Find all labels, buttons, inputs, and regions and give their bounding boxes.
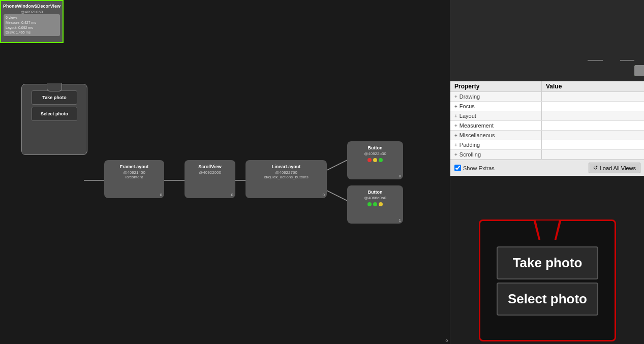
button2-address: @4066e0a0: [351, 196, 399, 200]
dot-yellow-2: [379, 202, 383, 206]
stat-draw: Draw: 1.465 ms: [6, 30, 58, 35]
preview-notch-small: [47, 83, 62, 91]
preview-take-photo-text: Take photo: [513, 255, 582, 271]
prop-row-measurement[interactable]: + Measurement: [450, 121, 644, 131]
node-framelayout[interactable]: FrameLayout @40921450 id/content 0: [104, 160, 164, 198]
load-all-views-button[interactable]: ↺ Load All Views: [589, 163, 640, 173]
phonewindow-stats: 6 views Measure: 0.427 ms Layout: 0.092 …: [4, 14, 60, 36]
dot-green-2b: [373, 202, 377, 206]
col-value: Value: [542, 81, 644, 91]
svg-line-3: [327, 160, 347, 170]
phonewindow-counter: 0: [446, 338, 448, 343]
prop-value-scrolling: [542, 150, 644, 159]
framelayout-id: id/content: [108, 175, 160, 179]
prop-value-measurement: [542, 121, 644, 130]
preview-select-photo-text: Select photo: [508, 291, 587, 307]
prop-label-drawing: + Drawing: [450, 92, 542, 101]
right-preview-area: Take photo Select photo: [450, 176, 644, 344]
button1-title: Button: [351, 145, 399, 150]
expand-icon-padding: +: [454, 142, 457, 148]
show-extras-container[interactable]: Show Extras: [454, 165, 495, 171]
prop-row-drawing[interactable]: + Drawing: [450, 92, 644, 102]
scrollview-address: @40922000: [189, 170, 231, 175]
prop-value-focus: [542, 102, 644, 111]
node-button1[interactable]: Button @40922b30 0: [347, 141, 403, 179]
expand-icon-layout: +: [454, 113, 457, 119]
linearlayout-title: LinearLayout: [250, 164, 323, 169]
prop-label-scrolling: + Scrolling: [450, 150, 542, 159]
preview-take-photo-label: Take photo: [42, 95, 66, 100]
framelayout-counter: 0: [160, 193, 162, 197]
property-header: Property Value: [450, 81, 644, 92]
button2-counter: 1: [399, 218, 401, 223]
load-all-views-label: Load All Views: [600, 165, 636, 171]
button1-counter: 0: [399, 174, 401, 178]
phonewindow-address: @40921060: [21, 10, 43, 14]
col-property: Property: [450, 81, 542, 91]
dot-green-2a: [367, 202, 372, 206]
dot-red-1: [367, 158, 372, 162]
show-extras-label: Show Extras: [463, 165, 495, 171]
prop-value-padding: [542, 140, 644, 149]
prop-row-scrolling[interactable]: + Scrolling: [450, 150, 644, 160]
phonewindow-title: PhoneWindow$DecorView: [3, 4, 60, 9]
node-button2[interactable]: Button @4066e0a0 1: [347, 185, 403, 224]
prop-value-layout: [542, 111, 644, 120]
node-scrollview[interactable]: ScrollView @40922000 0: [185, 160, 235, 198]
prop-value-drawing: [542, 92, 644, 101]
node-phone-preview: Take photo Select photo: [21, 84, 87, 155]
property-panel: Property Value + Drawing + Focus + Layou…: [450, 81, 644, 344]
prop-label-measurement: + Measurement: [450, 121, 542, 130]
mini-connector-lines: [450, 0, 644, 81]
bottom-bar: Show Extras ↺ Load All Views: [450, 160, 644, 176]
preview-take-photo-button[interactable]: Take photo: [497, 246, 598, 279]
button2-dots: [351, 202, 399, 206]
stat-views: 6 views: [6, 15, 58, 20]
prop-row-padding[interactable]: + Padding: [450, 140, 644, 150]
prop-label-layout: + Layout: [450, 111, 542, 120]
prop-label-misc: + Miscellaneous: [450, 131, 542, 140]
framelayout-title: FrameLayout: [108, 164, 160, 169]
mini-graph: [450, 0, 644, 81]
load-icon: ↺: [593, 165, 598, 171]
stat-measure: Measure: 0.427 ms: [6, 20, 58, 25]
prop-row-layout[interactable]: + Layout: [450, 111, 644, 121]
show-extras-checkbox[interactable]: [454, 165, 461, 171]
preview-select-photo-button[interactable]: Select photo: [497, 283, 598, 316]
preview-take-photo-btn: Take photo: [32, 90, 77, 105]
expand-icon-focus: +: [454, 104, 457, 109]
linearlayout-address: @40922760: [250, 170, 323, 175]
stat-layout: Layout: 0.092 ms: [6, 25, 58, 30]
linearlayout-counter: 0: [323, 193, 325, 197]
canvas-panel: Take photo Select photo PhoneWindow$Deco…: [0, 0, 450, 344]
expand-icon-measurement: +: [454, 123, 457, 129]
prop-row-focus[interactable]: + Focus: [450, 102, 644, 111]
framelayout-address: @40921450: [108, 170, 160, 175]
preview-select-photo-label: Select photo: [41, 111, 68, 116]
button1-dots: [351, 158, 399, 162]
button2-title: Button: [351, 190, 399, 195]
preview-box: Take photo Select photo: [479, 220, 616, 341]
right-panel: Property Value + Drawing + Focus + Layou…: [450, 0, 644, 344]
prop-row-misc[interactable]: + Miscellaneous: [450, 131, 644, 140]
prop-label-padding: + Padding: [450, 140, 542, 149]
node-linearlayout[interactable]: LinearLayout @40922760 id/quick_actions_…: [246, 160, 327, 198]
prop-value-misc: [542, 131, 644, 140]
expand-icon-scrolling: +: [454, 152, 457, 158]
dot-yellow-1: [373, 158, 377, 162]
expand-icon-misc: +: [454, 133, 457, 138]
node-phonewindow[interactable]: PhoneWindow$DecorView @40921060 6 views …: [0, 0, 64, 43]
svg-line-4: [327, 191, 347, 201]
scrollview-counter: 0: [231, 193, 233, 197]
dot-green-1: [379, 158, 383, 162]
expand-icon-drawing: +: [454, 94, 457, 100]
scrollview-title: ScrollView: [189, 164, 231, 169]
linearlayout-id: id/quick_actions_buttons: [250, 175, 323, 179]
prop-label-focus: + Focus: [450, 102, 542, 111]
preview-select-photo-btn: Select photo: [32, 107, 77, 121]
button1-address: @40922b30: [351, 151, 399, 156]
